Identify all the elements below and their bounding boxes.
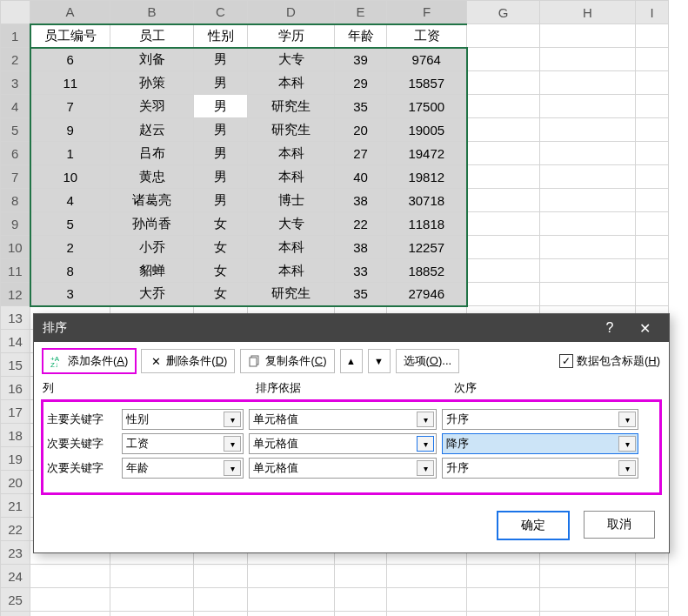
combo-c1[interactable]: 工资▾ — [122, 433, 244, 454]
row-header[interactable]: 1 — [1, 24, 30, 48]
cell[interactable]: 工资 — [387, 24, 467, 48]
cell[interactable]: 男 — [194, 95, 248, 118]
combo-c3[interactable]: 升序▾ — [442, 409, 638, 430]
cell[interactable] — [387, 588, 467, 612]
cell[interactable]: 研究生 — [248, 95, 335, 118]
cell[interactable] — [30, 565, 110, 588]
cell[interactable] — [636, 259, 669, 283]
cell[interactable] — [110, 565, 194, 588]
cell[interactable] — [540, 24, 636, 48]
row-header[interactable]: 22 — [1, 518, 30, 541]
row-header[interactable]: 9 — [1, 212, 30, 236]
column-header[interactable]: B — [110, 1, 194, 24]
row-header[interactable]: 24 — [1, 565, 30, 588]
column-header[interactable]: D — [248, 1, 335, 24]
cell[interactable] — [636, 212, 669, 236]
cell[interactable]: 女 — [194, 212, 248, 236]
cell[interactable]: 大专 — [248, 212, 335, 236]
cell[interactable] — [540, 71, 636, 95]
cell[interactable] — [467, 565, 540, 588]
add-level-button[interactable]: +AZ↓ 添加条件(A) — [43, 349, 136, 373]
cell[interactable]: 22 — [335, 212, 387, 236]
cell[interactable]: 男 — [194, 142, 248, 165]
cell[interactable] — [467, 612, 540, 617]
cell[interactable]: 5 — [30, 212, 110, 236]
cell[interactable]: 39 — [335, 48, 387, 71]
cell[interactable] — [467, 142, 540, 165]
cell[interactable]: 33 — [335, 259, 387, 283]
cell[interactable]: 8 — [30, 259, 110, 283]
cell[interactable]: 38 — [335, 236, 387, 259]
cell[interactable]: 女 — [194, 236, 248, 259]
combo-c2[interactable]: 单元格值▾ — [249, 458, 437, 479]
cell[interactable] — [636, 24, 669, 48]
column-header[interactable]: F — [387, 1, 467, 24]
cancel-button[interactable]: 取消 — [584, 511, 655, 539]
cell[interactable] — [335, 588, 387, 612]
cell[interactable] — [540, 165, 636, 189]
cell[interactable] — [248, 565, 335, 588]
row-header[interactable]: 13 — [1, 306, 30, 330]
row-header[interactable]: 10 — [1, 236, 30, 259]
cell[interactable]: 11818 — [387, 212, 467, 236]
cell[interactable]: 大乔 — [110, 283, 194, 306]
cell[interactable]: 女 — [194, 259, 248, 283]
cell[interactable] — [540, 189, 636, 212]
cell[interactable] — [636, 48, 669, 71]
row-header[interactable]: 3 — [1, 71, 30, 95]
cell[interactable] — [467, 95, 540, 118]
cell[interactable]: 27 — [335, 142, 387, 165]
cell[interactable] — [636, 142, 669, 165]
cell[interactable] — [636, 118, 669, 142]
cell[interactable]: 关羽 — [110, 95, 194, 118]
cell[interactable]: 黄忠 — [110, 165, 194, 189]
cell[interactable]: 2 — [30, 236, 110, 259]
cell[interactable] — [467, 588, 540, 612]
cell[interactable] — [110, 612, 194, 617]
cell[interactable]: 9 — [30, 118, 110, 142]
cell[interactable]: 诸葛亮 — [110, 189, 194, 212]
cell[interactable] — [467, 236, 540, 259]
cell[interactable] — [540, 236, 636, 259]
cell[interactable]: 9764 — [387, 48, 467, 71]
cell[interactable]: 员工 — [110, 24, 194, 48]
cell[interactable] — [636, 236, 669, 259]
cell[interactable]: 男 — [194, 71, 248, 95]
row-header[interactable]: 17 — [1, 400, 30, 424]
row-header[interactable]: 6 — [1, 142, 30, 165]
cell[interactable]: 3 — [30, 283, 110, 306]
combo-c1[interactable]: 年龄▾ — [122, 458, 244, 479]
cell[interactable] — [467, 212, 540, 236]
column-header[interactable]: G — [467, 1, 540, 24]
cell[interactable] — [540, 142, 636, 165]
cell[interactable]: 本科 — [248, 165, 335, 189]
cell[interactable]: 30718 — [387, 189, 467, 212]
dialog-titlebar[interactable]: 排序 ? ✕ — [34, 314, 669, 342]
cell[interactable]: 38 — [335, 189, 387, 212]
column-header[interactable]: E — [335, 1, 387, 24]
cell[interactable] — [636, 95, 669, 118]
cell[interactable]: 19472 — [387, 142, 467, 165]
cell[interactable] — [636, 189, 669, 212]
cell[interactable] — [636, 588, 669, 612]
cell[interactable] — [467, 259, 540, 283]
column-header[interactable]: I — [636, 1, 669, 24]
cell[interactable] — [387, 565, 467, 588]
row-header[interactable]: 21 — [1, 494, 30, 518]
cell[interactable] — [467, 71, 540, 95]
cell[interactable]: 19005 — [387, 118, 467, 142]
row-header[interactable]: 12 — [1, 283, 30, 306]
cell[interactable]: 本科 — [248, 259, 335, 283]
cell[interactable] — [540, 588, 636, 612]
cell[interactable]: 12257 — [387, 236, 467, 259]
cell[interactable] — [636, 165, 669, 189]
cell[interactable] — [30, 612, 110, 617]
cell[interactable]: 博士 — [248, 189, 335, 212]
cell[interactable]: 女 — [194, 283, 248, 306]
cell[interactable] — [636, 565, 669, 588]
row-header[interactable]: 18 — [1, 424, 30, 447]
options-button[interactable]: 选项(O)... — [396, 349, 460, 373]
row-header[interactable]: 2 — [1, 48, 30, 71]
cell[interactable]: 11 — [30, 71, 110, 95]
cell[interactable]: 员工编号 — [30, 24, 110, 48]
